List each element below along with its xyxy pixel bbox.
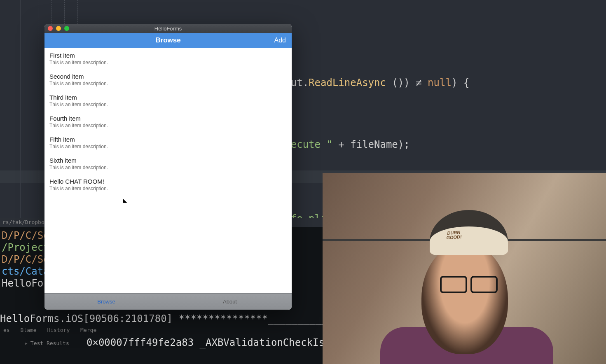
helloforms-window[interactable]: HelloForms Browse Add First itemThis is … [44,24,292,310]
tab-history[interactable]: History [47,327,70,333]
item-title: Hello CHAT ROOM! [49,178,287,185]
tab-about[interactable]: About [168,294,292,310]
tab-blame[interactable]: Blame [20,327,36,333]
list-item[interactable]: Third itemThis is an item description. [44,90,292,111]
list-item[interactable]: First itemThis is an item description. [44,48,292,69]
item-title: Second item [49,73,287,80]
list-item[interactable]: Hello CHAT ROOM!This is an item descript… [44,174,292,195]
list-item[interactable]: Fourth itemThis is an item description. [44,111,292,132]
tab-bar: Browse About [44,293,292,310]
window-titlebar[interactable]: HelloForms [44,24,292,33]
test-results-label[interactable]: Test Results [25,340,69,346]
navigation-bar: Browse Add [44,33,292,48]
list-item[interactable]: Second itemThis is an item description. [44,69,292,90]
item-description: This is an item description. [49,60,287,65]
bottom-tab-strip[interactable]: es Blame History Merge [0,325,107,335]
webcam-feed: DURNGOOD! [323,173,606,364]
item-title: Fourth item [49,115,287,122]
editor-gutter [0,0,21,218]
item-description: This is an item description. [49,123,287,128]
item-list[interactable]: First itemThis is an item description.Se… [44,48,292,293]
list-item[interactable]: Fifth itemThis is an item description. [44,132,292,153]
item-description: This is an item description. [49,186,287,191]
add-button[interactable]: Add [274,37,286,44]
tab-browse[interactable]: Browse [44,294,168,310]
list-item[interactable]: Sixth itemThis is an item description. [44,153,292,174]
item-description: This is an item description. [49,102,287,107]
item-title: Fifth item [49,136,287,143]
item-description: This is an item description. [49,144,287,149]
page-title: Browse [155,36,180,44]
tab-changes[interactable]: es [3,327,10,333]
tab-merge[interactable]: Merge [80,327,96,333]
item-description: This is an item description. [49,165,287,170]
item-title: Sixth item [49,157,287,164]
item-title: Third item [49,94,287,101]
item-description: This is an item description. [49,81,287,86]
item-title: First item [49,52,287,59]
window-title: HelloForms [44,26,292,32]
log-line: HelloForms.iOS[90506:2101780] **********… [0,313,345,324]
stack-frame: 0×00007fff49fe2a83 _AXBValidationCheckIs [87,337,325,348]
